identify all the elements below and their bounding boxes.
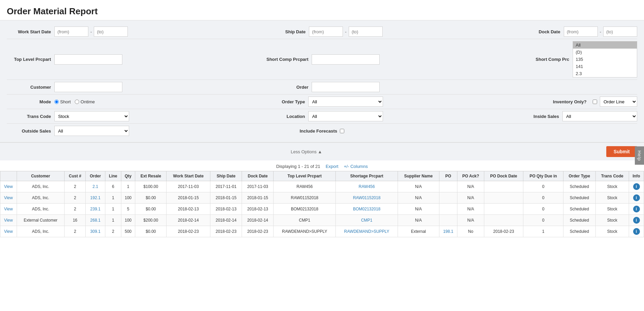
order-type-select[interactable]: All Sales Work Transfer [308,97,383,107]
info-icon[interactable]: i [633,206,640,212]
cell-work-start-date: 2018-02-14 [167,215,210,226]
outside-sales-select[interactable]: All Rep A Rep B [54,126,129,136]
view-link[interactable]: View [4,218,13,223]
shortage-link[interactable]: RAW01152018 [353,195,381,200]
po-link[interactable]: 198.1 [443,229,453,234]
cell-po-qty-due: 1 [523,226,563,237]
inside-sales-select[interactable]: All Rep A Rep B [562,111,637,121]
trans-code-select[interactable]: Stock Custom Repair [54,111,129,121]
cell-cust-num: 2 [65,204,86,215]
mode-radio-group: Short Ontime [54,99,95,104]
order-input[interactable] [312,82,380,92]
location-select[interactable]: All Warehouse A Warehouse B [308,111,383,121]
cell-info[interactable]: i [629,204,644,215]
cell-trans-code: Stock [595,204,629,215]
cell-shortage-prcpart: RAWDEMAND>SUPPLY [336,226,398,237]
table-row: View ADS, Inc. 2 2.1 6 1 $100.00 2017-11… [0,181,644,192]
ship-date-from[interactable] [309,27,343,37]
mode-ontime-option[interactable]: Ontime [75,99,95,104]
col-header-order: Order [86,171,105,181]
page-title: Order Material Report [0,0,644,20]
short-comp-prc-label: Short Comp Prc [525,57,569,62]
inventory-only-select[interactable]: Order Line [600,97,637,107]
dropdown-option-135[interactable]: 135 [573,56,637,63]
ship-date-to[interactable] [349,27,383,37]
info-icon[interactable]: i [633,183,640,190]
inventory-only-checkbox[interactable] [593,100,597,104]
col-header-trans-code: Trans Code [595,171,629,181]
cell-customer: ADS, Inc. [17,226,65,237]
order-link[interactable]: 2.1 [92,184,98,189]
cell-cust-num: 2 [65,226,86,237]
ship-date-label: Ship Date [261,29,306,34]
cell-cust-num: 2 [65,192,86,204]
cell-shortage-prcpart: CMP1 [336,215,398,226]
cell-shortage-prcpart: RAW01152018 [336,192,398,204]
cell-order-type: Scheduled [563,215,595,226]
cell-customer: ADS, Inc. [17,204,65,215]
info-icon[interactable]: i [633,194,640,201]
info-icon[interactable]: i [633,228,640,235]
include-forecasts-label: Include Forecasts [300,128,337,134]
order-label: Order [264,85,308,90]
order-link[interactable]: 309.1 [90,229,101,234]
customer-input[interactable] [54,82,122,92]
cell-supplier-name: N/A [398,181,439,192]
cell-ship-date: 2018-02-13 [210,204,242,215]
work-start-date-to[interactable] [94,27,128,37]
shortage-link[interactable]: BOM02132018 [353,207,381,211]
dropdown-option-all[interactable]: All [573,41,637,49]
cell-work-start-date: 2018-01-15 [167,192,210,204]
cell-info[interactable]: i [629,181,644,192]
top-level-prcpart-input[interactable] [54,54,122,65]
cell-info[interactable]: i [629,226,644,237]
cell-info[interactable]: i [629,215,644,226]
mode-label: Mode [7,99,51,104]
work-start-date-from[interactable] [54,27,88,37]
dock-date-from[interactable] [564,27,598,37]
view-link[interactable]: View [4,207,13,211]
cell-info[interactable]: i [629,192,644,204]
dock-date-to[interactable] [603,27,637,37]
view-link[interactable]: View [4,229,13,234]
view-link[interactable]: View [4,195,13,200]
cell-order: 239.1 [86,204,105,215]
short-comp-prcpart-input[interactable] [312,54,380,65]
export-link[interactable]: Export [326,164,338,169]
shortage-link[interactable]: RAWDEMAND>SUPPLY [344,229,389,234]
cell-po-dock-date: 2018-02-23 [484,226,523,237]
short-comp-prc-dropdown[interactable]: All (D) 135 141 2.3 [573,41,637,77]
submit-button[interactable]: Submit [606,146,637,157]
col-header-order-type: Order Type [563,171,595,181]
cell-shortage-prcpart: BOM02132018 [336,204,398,215]
table-row: View ADS, Inc. 2 239.1 1 5 $0.00 2018-02… [0,204,644,215]
order-link[interactable]: 192.1 [90,195,101,200]
results-table: Customer Cust # Order Line Qty Ext Resal… [0,171,644,237]
dropdown-option-23[interactable]: 2.3 [573,70,637,77]
order-link[interactable]: 268.1 [90,218,101,223]
shortage-link[interactable]: CMP1 [361,218,372,223]
view-link[interactable]: View [4,184,13,189]
col-header-ext-resale: Ext Resale [135,171,167,181]
mode-short-radio[interactable] [54,100,59,104]
outside-sales-label: Outside Sales [7,128,51,134]
columns-link[interactable]: +/- Columns [344,164,368,169]
less-options-button[interactable]: Less Options ▲ [291,149,322,154]
cell-shortage-prcpart: RAW456 [336,181,398,192]
col-header-qty: Qty [121,171,135,181]
cell-order-type: Scheduled [563,192,595,204]
order-link[interactable]: 239.1 [90,207,101,211]
cell-po-qty-due: 0 [523,204,563,215]
info-icon[interactable]: i [633,217,640,224]
shortage-link[interactable]: RAW456 [359,184,375,189]
cell-po [439,181,457,192]
dropdown-option-d[interactable]: (D) [573,49,637,56]
help-tab[interactable]: Help [635,146,644,165]
cell-ext-resale: $0.00 [135,204,167,215]
include-forecasts-checkbox[interactable] [340,129,344,133]
mode-ontime-radio[interactable] [75,100,79,104]
col-header-po-qty-due: PO Qty Due in [523,171,563,181]
dropdown-option-141[interactable]: 141 [573,63,637,70]
mode-short-option[interactable]: Short [54,99,71,104]
col-header-po: PO [439,171,457,181]
